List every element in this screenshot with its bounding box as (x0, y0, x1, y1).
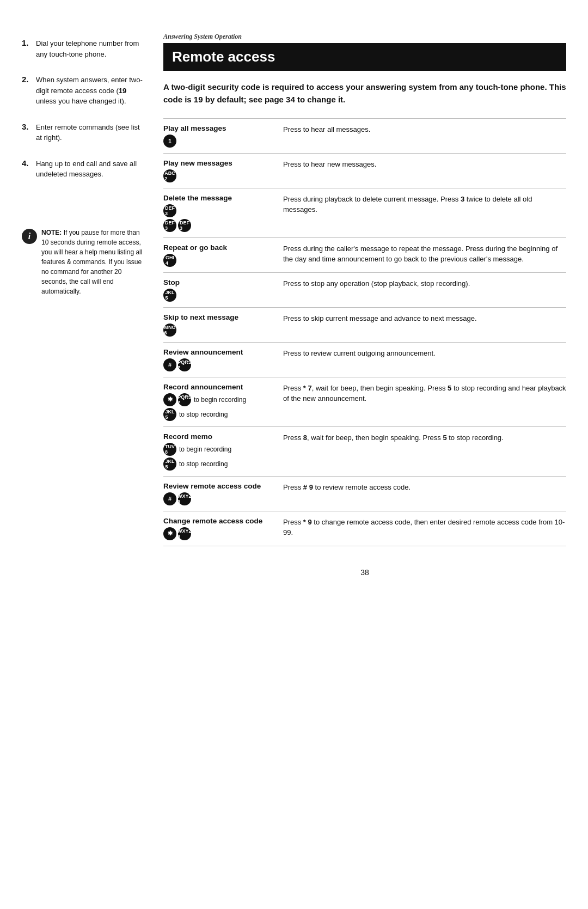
cmd-right-record-ann: Press * 7, wait for beep, then begin spe… (278, 377, 566, 426)
table-row: Play all messages 1 Press to hear all me… (163, 118, 566, 153)
step-4-number: 4. (22, 158, 32, 168)
key-3c: DEF3 (178, 219, 191, 232)
key-row-2: DEF3 DEF3 (163, 219, 272, 232)
key-row: JKL5 (163, 289, 272, 302)
cmd-name-review-rac: Review remote access code (163, 482, 272, 490)
key-hash-2: # (163, 492, 176, 505)
key-row-stop-2: JKL5 to stop recording (163, 457, 272, 471)
cmd-right-delete: Press during playback to delete current … (278, 188, 566, 237)
table-row: Record memo TUV8 to begin recording JKL5… (163, 426, 566, 476)
table-row: Skip to next message MNO6 Press to skip … (163, 307, 566, 342)
step-4-text: Hang up to end call and save all undelet… (36, 158, 147, 180)
cmd-right-repeat: Press during the caller's message to rep… (278, 237, 566, 272)
section-header-label: Answering System Operation (163, 33, 566, 41)
cmd-left-record-memo: Record memo TUV8 to begin recording JKL5… (163, 426, 278, 476)
step-2-number: 2. (22, 75, 32, 84)
step-4: 4. Hang up to end call and save all unde… (22, 158, 147, 180)
info-icon: i (22, 229, 37, 244)
key-row: TUV8 to begin recording (163, 443, 272, 456)
commands-table: Play all messages 1 Press to hear all me… (163, 118, 566, 546)
cmd-right-play-new: Press to hear new messages. (278, 153, 566, 188)
cmd-right-stop: Press to stop any operation (stop playba… (278, 272, 566, 307)
cmd-left-review-ann: Review announcement # PQRS7 (163, 342, 278, 377)
right-column: Answering System Operation Remote access… (163, 33, 566, 876)
cmd-name: Play new messages (163, 159, 272, 167)
table-row: Review remote access code # WXYZ9 Press … (163, 476, 566, 511)
step-1: 1. Dial your telephone number from any t… (22, 38, 147, 59)
cmd-left-play-new: Play new messages ABC2 (163, 153, 278, 188)
step-1-number: 1. (22, 38, 32, 47)
key-star-1: ✱ (163, 393, 176, 406)
key-8: TUV8 (163, 443, 176, 456)
cmd-right-change-rac: Press * 9 to change remote access code, … (278, 511, 566, 546)
page-number: 38 (163, 568, 566, 577)
cmd-left-stop: Stop JKL5 (163, 272, 278, 307)
table-row: Change remote access code ✱ WXYZ9 Press … (163, 511, 566, 546)
table-row: Record announcement ✱ PQRS7 to begin rec… (163, 377, 566, 426)
cmd-left-change-rac: Change remote access code ✱ WXYZ9 (163, 511, 278, 546)
key-row: DEF3 (163, 204, 272, 217)
step-3: 3. Enter remote commands (see list at ri… (22, 122, 147, 143)
key-5: JKL5 (163, 289, 176, 302)
key-9a: WXYZ9 (178, 492, 191, 505)
key-7a: PQRS7 (178, 358, 191, 371)
cmd-left-delete: Delete the message DEF3 DEF3 DEF3 (163, 188, 278, 237)
key-row: MNO6 (163, 324, 272, 337)
key-5b: JKL5 (163, 408, 176, 421)
cmd-name: Play all messages (163, 124, 272, 132)
note-box: i NOTE: If you pause for more than 10 se… (22, 228, 147, 296)
step-3-text: Enter remote commands (see list at right… (36, 122, 147, 143)
cmd-left-skip: Skip to next message MNO6 (163, 307, 278, 342)
key-7b: PQRS7 (178, 393, 191, 406)
step-2-text: When system answers, enter two-digit rem… (36, 75, 147, 107)
table-row: Review announcement # PQRS7 Press to rev… (163, 342, 566, 377)
stop-recording-label: to stop recording (179, 411, 228, 418)
left-column: 1. Dial your telephone number from any t… (22, 33, 163, 876)
cmd-left-play-all: Play all messages 1 (163, 118, 278, 153)
key-hash-1: # (163, 358, 176, 371)
cmd-name: Review announcement (163, 348, 272, 356)
note-body: If you pause for more than 10 seconds du… (41, 229, 142, 295)
cmd-right-skip: Press to skip current message and advanc… (278, 307, 566, 342)
cmd-right-review-ann: Press to review current outgoing announc… (278, 342, 566, 377)
stop-recording-label-2: to stop recording (179, 460, 228, 468)
step-1-text: Dial your telephone number from any touc… (36, 38, 147, 59)
cmd-right-play-all: Press to hear all messages. (278, 118, 566, 153)
key-row: # PQRS7 (163, 358, 272, 371)
cmd-left-repeat: Repeat or go back GHI4 (163, 237, 278, 272)
key-row: ✱ WXYZ9 (163, 527, 272, 540)
key-row-stop: JKL5 to stop recording (163, 408, 272, 421)
key-9b: WXYZ9 (178, 527, 191, 540)
begin-recording-label: to begin recording (194, 396, 246, 404)
key-row: GHI4 (163, 254, 272, 267)
table-row: Repeat or go back GHI4 Press during the … (163, 237, 566, 272)
cmd-left-record-ann: Record announcement ✱ PQRS7 to begin rec… (163, 377, 278, 426)
note-text: NOTE: If you pause for more than 10 seco… (41, 228, 147, 296)
cmd-left-review-rac: Review remote access code # WXYZ9 (163, 476, 278, 511)
begin-recording-label-2: to begin recording (179, 446, 231, 453)
cmd-right-review-rac: Press # 9 to review remote access code. (278, 476, 566, 511)
cmd-name: Change remote access code (163, 517, 272, 525)
cmd-name: Record announcement (163, 383, 272, 391)
cmd-name: Delete the message (163, 194, 272, 202)
cmd-name-stop: Stop (163, 278, 272, 286)
intro-text: A two-digit security code is required to… (163, 81, 566, 106)
key-2: ABC2 (163, 169, 176, 182)
cmd-name: Skip to next message (163, 313, 272, 321)
key-4: GHI4 (163, 254, 176, 267)
key-5c: JKL5 (163, 457, 176, 471)
cmd-name: Record memo (163, 432, 272, 441)
key-row: ✱ PQRS7 to begin recording (163, 393, 272, 406)
key-6: MNO6 (163, 324, 176, 337)
cmd-name: Repeat or go back (163, 243, 272, 252)
step-3-number: 3. (22, 122, 32, 131)
section-title: Remote access (163, 43, 566, 71)
key-3b: DEF3 (163, 219, 176, 232)
key-3a: DEF3 (163, 204, 176, 217)
table-row: Play new messages ABC2 Press to hear new… (163, 153, 566, 188)
table-row: Stop JKL5 Press to stop any operation (s… (163, 272, 566, 307)
cmd-right-record-memo: Press 8, wait for beep, then begin speak… (278, 426, 566, 476)
key-row: ABC2 (163, 169, 272, 182)
note-label: NOTE: (41, 229, 62, 236)
key-1: 1 (163, 135, 176, 148)
